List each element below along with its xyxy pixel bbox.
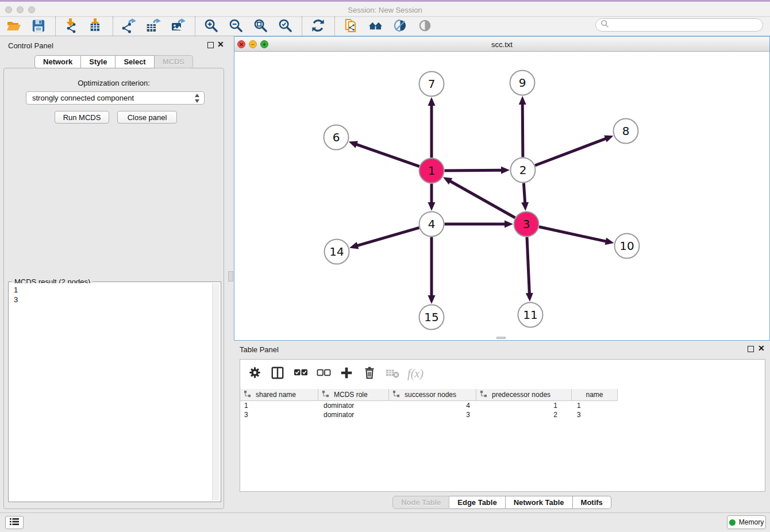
edge-4-3[interactable] [445, 221, 514, 228]
cell-mcds-role[interactable]: dominator [318, 410, 389, 419]
zoom-fit-button[interactable] [252, 18, 268, 34]
toolbar-separator [113, 17, 113, 36]
edge-4-15[interactable] [428, 237, 436, 304]
tab-style[interactable]: Style [81, 55, 116, 68]
svg-text:11: 11 [523, 308, 537, 322]
node-10[interactable]: 10 [615, 234, 640, 259]
memory-button[interactable]: Memory [727, 515, 766, 529]
zoom-in-button[interactable] [203, 18, 219, 34]
graphics-details-button[interactable] [392, 18, 408, 34]
result-scrollbar[interactable] [212, 283, 220, 500]
node-9[interactable]: 9 [510, 71, 535, 95]
refresh-layout-button[interactable] [310, 18, 326, 34]
table-settings-button[interactable] [246, 365, 263, 382]
export-network-button[interactable] [121, 18, 137, 34]
node-3[interactable]: 3 [514, 212, 539, 237]
svg-text:6: 6 [333, 130, 340, 144]
close-panel-button[interactable]: Close panel [117, 111, 177, 124]
deselect-all-rows-button[interactable] [315, 365, 332, 382]
column-header-name[interactable]: name [572, 389, 618, 400]
edge-2-9[interactable] [519, 96, 526, 157]
node-4[interactable]: 4 [419, 212, 444, 237]
node-6[interactable]: 6 [324, 125, 349, 150]
control-panel-close-button[interactable]: ✕ [217, 41, 224, 48]
export-image-button[interactable] [170, 18, 186, 34]
tab-edge-table[interactable]: Edge Table [449, 496, 505, 509]
hide-details-button[interactable] [417, 18, 433, 34]
cell-successor-nodes[interactable]: 3 [389, 410, 476, 419]
task-history-button[interactable] [5, 516, 24, 529]
network-scroll-grip[interactable] [496, 337, 506, 339]
node-15[interactable]: 15 [419, 305, 444, 330]
select-all-rows-icon [294, 365, 308, 381]
column-header-mcds-role[interactable]: MCDS role [318, 389, 389, 400]
edge-2-8[interactable] [535, 135, 614, 165]
table-row[interactable]: 3dominator323 [240, 410, 618, 419]
edge-1-2[interactable] [445, 167, 510, 174]
edge-3-10[interactable] [539, 227, 614, 245]
delete-row-icon [363, 366, 376, 381]
column-type-icon [318, 390, 334, 399]
save-session-button[interactable] [30, 18, 47, 34]
cell-shared-name[interactable]: 3 [240, 410, 318, 419]
select-all-rows-button[interactable] [292, 365, 309, 382]
node-7[interactable]: 7 [419, 72, 444, 97]
column-header-shared-name[interactable]: shared name [240, 389, 318, 400]
run-mcds-button[interactable]: Run MCDS [55, 111, 109, 124]
cell-successor-nodes[interactable]: 4 [389, 401, 476, 410]
tab-mcds[interactable]: MCDS [155, 55, 193, 68]
search-input[interactable] [609, 21, 758, 29]
control-panel-header: Control Panel ✕ [0, 36, 228, 55]
zoom-out-button[interactable] [228, 18, 244, 34]
control-panel-float-button[interactable] [207, 42, 214, 48]
hide-details-icon [418, 18, 432, 34]
edge-3-1[interactable] [443, 177, 515, 218]
add-row-button[interactable] [338, 365, 355, 382]
node-1[interactable]: 1 [419, 159, 444, 183]
tab-node-table[interactable]: Node Table [392, 496, 449, 509]
zoom-fit-icon [253, 18, 268, 34]
node-8[interactable]: 8 [614, 119, 638, 144]
edge-3-11[interactable] [526, 237, 533, 302]
edge-4-14[interactable] [349, 228, 419, 249]
apply-function-button[interactable]: f(x) [407, 365, 424, 382]
column-layout-button[interactable] [269, 365, 286, 382]
tab-network-table[interactable]: Network Table [506, 496, 573, 509]
cell-mcds-role[interactable]: dominator [318, 401, 389, 410]
import-table-button[interactable] [88, 18, 104, 34]
clone-network-button[interactable] [342, 18, 359, 34]
criterion-dropdown[interactable]: strongly connected component [26, 91, 205, 105]
column-header-successor-nodes[interactable]: successor nodes [389, 389, 476, 400]
export-table-button[interactable] [145, 18, 161, 34]
open-session-button[interactable] [6, 18, 22, 34]
cell-predecessor-nodes[interactable]: 2 [476, 410, 572, 419]
table-panel-close-button[interactable]: ✕ [758, 345, 765, 352]
mcds-panel: Optimization criterion: strongly connect… [3, 68, 224, 509]
node-11[interactable]: 11 [518, 303, 543, 327]
node-14[interactable]: 14 [325, 240, 349, 264]
edge-2-3[interactable] [521, 183, 529, 211]
column-header-predecessor-nodes[interactable]: predecessor nodes [476, 389, 572, 400]
import-network-button[interactable] [63, 18, 79, 34]
delete-row-button[interactable] [361, 365, 378, 382]
table-row[interactable]: 1dominator411 [240, 401, 618, 410]
cell-predecessor-nodes[interactable]: 1 [476, 401, 572, 410]
node-2[interactable]: 2 [511, 158, 536, 183]
table-panel-float-button[interactable] [748, 346, 754, 352]
cell-name[interactable]: 3 [572, 410, 618, 419]
cell-shared-name[interactable]: 1 [240, 401, 318, 410]
main-toolbar [0, 17, 770, 36]
first-neighbors-button[interactable] [367, 18, 383, 34]
tab-network[interactable]: Network [34, 55, 81, 68]
edge-1-7[interactable] [428, 97, 436, 158]
mcds-result-textarea[interactable]: 13 [10, 283, 220, 500]
panel-splitter-grip[interactable] [228, 271, 233, 282]
tab-select[interactable]: Select [116, 55, 154, 68]
save-session-icon [32, 19, 45, 34]
tab-motifs[interactable]: Motifs [573, 496, 611, 509]
edge-1-4[interactable] [428, 184, 436, 211]
cell-name[interactable]: 1 [572, 401, 618, 410]
delete-table-button[interactable] [384, 365, 401, 382]
edge-1-6[interactable] [349, 141, 419, 166]
zoom-selected-button[interactable] [277, 18, 293, 34]
